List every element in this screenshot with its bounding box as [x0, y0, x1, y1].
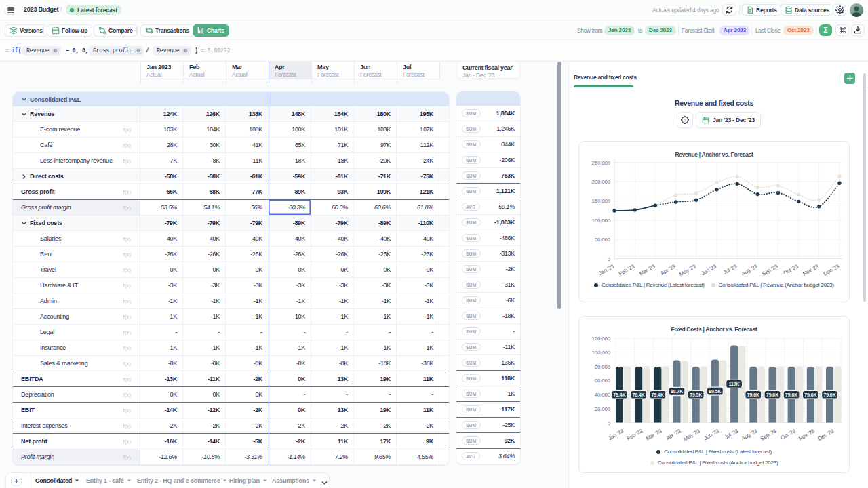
svg-text:79.6K: 79.6K: [785, 392, 797, 397]
svg-text:Jun '23: Jun '23: [700, 263, 717, 277]
svg-text:0: 0: [608, 256, 611, 262]
svg-text:Apr '23: Apr '23: [659, 263, 677, 277]
svg-text:89.5K: 89.5K: [709, 389, 721, 394]
svg-text:Dec '23: Dec '23: [822, 263, 840, 277]
svg-text:88.7K: 88.7K: [671, 389, 683, 394]
svg-text:Oct '23: Oct '23: [783, 263, 800, 277]
svg-text:110K: 110K: [729, 382, 740, 386]
svg-text:May '23: May '23: [678, 263, 697, 277]
svg-text:79.4K: 79.4K: [652, 392, 664, 397]
svg-text:May '23: May '23: [682, 428, 701, 442]
svg-text:50,000: 50,000: [595, 237, 611, 243]
svg-text:Jul '23: Jul '23: [724, 428, 740, 441]
svg-text:Dec '23: Dec '23: [816, 428, 835, 442]
svg-text:120,000: 120,000: [591, 336, 610, 342]
svg-text:200,000: 200,000: [591, 179, 610, 185]
svg-text:150,000: 150,000: [591, 198, 610, 204]
svg-text:79.5K: 79.5K: [690, 392, 702, 397]
svg-text:Nov '23: Nov '23: [802, 263, 820, 277]
svg-text:79.6K: 79.6K: [804, 392, 816, 397]
svg-text:Aug '23: Aug '23: [741, 428, 759, 442]
svg-text:79.4K: 79.4K: [633, 392, 645, 397]
svg-text:0: 0: [608, 420, 611, 426]
svg-text:20,000: 20,000: [595, 406, 611, 412]
svg-text:Aug '23: Aug '23: [741, 263, 759, 277]
svg-text:Jan '23: Jan '23: [598, 263, 616, 277]
svg-text:79.6K: 79.6K: [747, 392, 760, 397]
svg-text:Nov '23: Nov '23: [797, 428, 816, 442]
svg-text:Mar '23: Mar '23: [645, 428, 663, 442]
svg-text:250,000: 250,000: [591, 160, 610, 166]
svg-text:100,000: 100,000: [591, 218, 610, 224]
svg-text:100,000: 100,000: [591, 350, 610, 356]
svg-text:60,000: 60,000: [595, 378, 611, 384]
svg-text:79.4K: 79.4K: [613, 392, 625, 397]
svg-text:Feb '23: Feb '23: [618, 263, 636, 277]
svg-text:Jan '23: Jan '23: [608, 428, 625, 441]
svg-text:79.6K: 79.6K: [823, 392, 835, 397]
svg-text:Apr '23: Apr '23: [665, 428, 682, 441]
svg-text:79.6K: 79.6K: [766, 392, 778, 397]
svg-text:Sep '23: Sep '23: [760, 428, 778, 442]
svg-text:Jul '23: Jul '23: [722, 263, 738, 276]
svg-text:Mar '23: Mar '23: [638, 263, 656, 277]
svg-text:40,000: 40,000: [595, 392, 611, 398]
svg-text:80,000: 80,000: [595, 364, 611, 370]
svg-text:Oct '23: Oct '23: [780, 428, 797, 441]
svg-text:Feb '23: Feb '23: [626, 428, 644, 442]
svg-text:Jun '23: Jun '23: [703, 428, 720, 441]
svg-text:Sep '23: Sep '23: [761, 263, 779, 277]
